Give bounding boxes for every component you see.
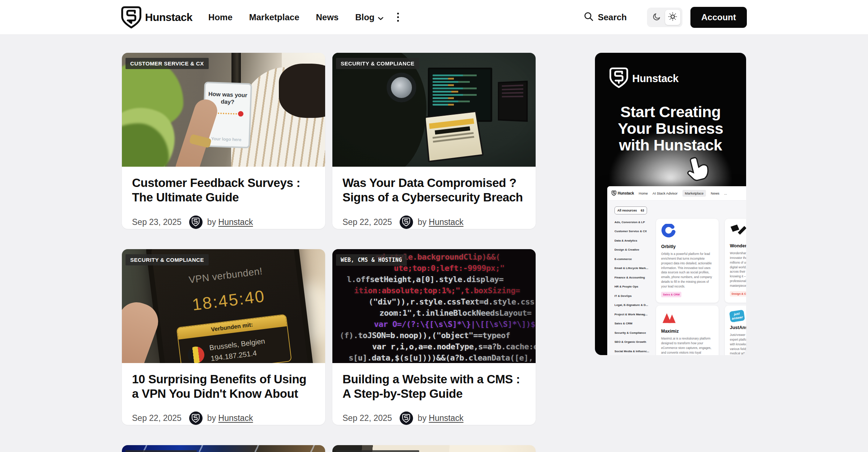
mini-listing-maximiz: Maximiz Maximiz.ai is a revolutionary pl… — [656, 306, 719, 355]
nav-marketplace[interactable]: Marketplace — [249, 12, 299, 22]
dark-mode-button[interactable] — [649, 10, 664, 25]
brand-logo[interactable]: Hunstack — [121, 6, 192, 29]
author-link[interactable]: Hunstack — [429, 217, 464, 227]
mini-nav-marketplace: Marketplace — [682, 190, 706, 197]
article-card-partial-cx[interactable]: CUSTOMER SERVICE & CX — [332, 445, 536, 452]
article-title[interactable]: 10 Surprising Benefits of Using a VPN Yo… — [132, 372, 315, 401]
category-badge: WEB, CMS & HOSTING — [336, 254, 407, 266]
article-title[interactable]: Building a Website with a CMS : A Step-b… — [342, 372, 526, 401]
category-badge: SECURITY & COMPLIANCE — [336, 58, 419, 69]
article-card-partial-hosting[interactable]: WEB, CMS & HOSTING — [122, 445, 325, 452]
maximiz-logo-icon — [661, 319, 677, 325]
article-byline: by Hunstack — [207, 413, 253, 423]
search-icon — [584, 12, 593, 23]
article-date: Sep 22, 2025 — [132, 413, 182, 423]
search-label: Search — [598, 12, 627, 22]
article-byline: by Hunstack — [207, 217, 253, 227]
belgium-flag-icon — [187, 345, 205, 363]
article-byline: by Hunstack — [418, 413, 464, 423]
article-title[interactable]: Customer Feedback Surveys : The Ultimate… — [132, 176, 315, 205]
article-thumbnail: CUSTOMER SERVICE & CX — [332, 445, 536, 452]
mini-count-badge: 63 — [641, 209, 644, 212]
mini-listing-wondershare: Wondershare Wondershare innovator tha mi… — [725, 219, 746, 303]
mini-listing-justanswer: just answer JustAnswer JustAnswer expert… — [725, 306, 746, 355]
category-badge: WEB, CMS & HOSTING — [125, 450, 197, 452]
light-mode-button[interactable] — [665, 10, 680, 25]
mini-nav-news: News — [711, 191, 719, 195]
article-meta: Sep 22, 2025 by Hunstack — [342, 412, 526, 425]
article-thumbnail: How was your day? Your logo here CUSTOME… — [122, 53, 325, 167]
article-byline: by Hunstack — [418, 217, 464, 227]
article-card-vpn-benefits[interactable]: VPN verbunden! 18:45:40 Verbunden mit: B… — [122, 249, 325, 425]
article-date: Sep 23, 2025 — [132, 217, 182, 227]
main-nav: Home Marketplace News Blog — [208, 12, 383, 22]
mini-nav-home: Home — [639, 191, 648, 195]
article-thumbnail: VPN verbunden! 18:45:40 Verbunden mit: B… — [122, 249, 325, 363]
search-button[interactable]: Search — [584, 12, 627, 23]
main-layout: How was your day? Your logo here CUSTOME… — [122, 53, 746, 452]
mini-nav-ai-stack-advisor: AI Stack Advisor — [652, 191, 677, 195]
mini-brand: Hunstack — [612, 191, 634, 196]
moon-icon — [652, 12, 661, 22]
article-meta: Sep 22, 2025 by Hunstack — [132, 412, 315, 425]
article-meta: Sep 23, 2025 by Hunstack — [132, 216, 315, 229]
wondershare-logo-icon — [730, 233, 746, 239]
promo-headline: Start Creating Your Business with Hunsta… — [595, 103, 746, 153]
author-avatar — [400, 412, 413, 425]
nav-home[interactable]: Home — [208, 12, 233, 22]
hunstack-shield-icon — [121, 6, 141, 29]
mini-nav: Hunstack Home AI Stack Advisor Marketpla… — [607, 186, 746, 201]
author-link[interactable]: Hunstack — [429, 413, 464, 423]
category-badge: CUSTOMER SERVICE & CX — [125, 58, 209, 69]
brand-name: Hunstack — [145, 11, 192, 24]
promo-screenshot: Hunstack Home AI Stack Advisor Marketpla… — [607, 186, 746, 355]
mini-listing-orbitly: Orbitly Orbitly is a powerful platform f… — [656, 219, 719, 303]
category-badge: SECURITY & COMPLIANCE — [125, 254, 209, 265]
article-meta: Sep 22, 2025 by Hunstack — [342, 216, 526, 229]
article-card-cms-guide[interactable]: =d.style.backgroundClip)&&( ute;top:0;le… — [332, 249, 536, 425]
orbitly-logo-icon — [661, 234, 676, 240]
nav-news[interactable]: News — [316, 12, 339, 22]
article-card-data-compromised[interactable]: SECURITY & COMPLIANCE Was Your Data Comp… — [332, 53, 536, 229]
vpn-phone: VPN verbunden! 18:45:40 Verbunden mit: B… — [145, 249, 316, 363]
promo-brand: Hunstack — [609, 67, 678, 90]
theme-toggle — [647, 8, 682, 27]
author-avatar — [189, 216, 203, 229]
article-thumbnail: SECURITY & COMPLIANCE — [332, 53, 536, 167]
justanswer-logo-icon: just answer — [729, 310, 745, 322]
header-right: Search — [584, 7, 747, 28]
article-thumbnail: WEB, CMS & HOSTING — [122, 445, 325, 452]
article-date: Sep 22, 2025 — [342, 413, 392, 423]
author-avatar — [400, 216, 413, 229]
article-card-feedback-surveys[interactable]: How was your day? Your logo here CUSTOME… — [122, 53, 325, 229]
author-link[interactable]: Hunstack — [218, 413, 253, 423]
author-avatar — [189, 412, 203, 425]
chevron-down-icon — [378, 12, 383, 22]
hunstack-shield-icon — [609, 67, 628, 90]
article-grid: How was your day? Your logo here CUSTOME… — [122, 53, 536, 452]
hand-pointer-icon — [686, 155, 712, 184]
nav-blog[interactable]: Blog — [355, 12, 383, 22]
top-header: Hunstack Home Marketplace News Blog Sear… — [0, 0, 868, 35]
mini-all-resources: All resources 63 — [614, 206, 647, 214]
mini-nav-more: ... — [724, 191, 727, 195]
article-date: Sep 22, 2025 — [342, 217, 392, 227]
more-menu-kebab-icon[interactable] — [397, 13, 399, 22]
author-link[interactable]: Hunstack — [218, 217, 253, 227]
mini-tag: Design & Cre — [730, 291, 746, 297]
account-button[interactable]: Account — [690, 7, 747, 28]
page: { "header": { "brand": "Hunstack", "nav"… — [0, 0, 868, 452]
category-badge: CUSTOMER SERVICE & CX — [336, 450, 419, 452]
sun-icon — [668, 12, 677, 22]
mini-body: All resources 63 Ads, Conversion & LP Cu… — [607, 201, 746, 355]
mini-sidebar: All resources 63 Ads, Conversion & LP Cu… — [614, 206, 652, 355]
promo-banner[interactable]: Hunstack Start Creating Your Business wi… — [595, 53, 746, 355]
article-thumbnail: =d.style.backgroundClip)&&( ute;top:0;le… — [332, 249, 536, 363]
article-title[interactable]: Was Your Data Compromised ? Signs of a C… — [342, 176, 526, 205]
mini-tag: Sales & CRM — [661, 292, 681, 297]
